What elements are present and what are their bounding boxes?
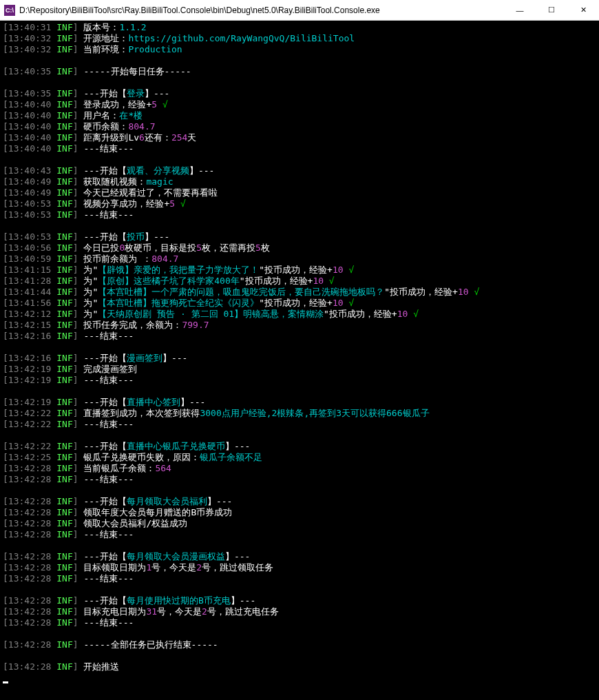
log-line: [13:42:28 INF] ---开始【每月领取大会员漫画权益】---	[3, 551, 596, 562]
window-titlebar: C:\ D:\Repository\BiliBiliTool\src\Ray.B…	[0, 0, 599, 21]
log-line: [13:40:40 INF] 距离升级到Lv6还有：254天	[3, 132, 596, 143]
log-line: [13:42:28 INF] 领取大会员福利/权益成功	[3, 518, 596, 529]
log-line: [13:40:59 INF] 投币前余额为 ：804.7	[3, 254, 596, 265]
log-line: [13:42:28 INF] 目标领取日期为1号，今天是2号，跳过领取任务	[3, 562, 596, 573]
log-line: [13:40:31 INF] 版本号：1.1.2	[3, 22, 596, 33]
log-line: [13:42:19 INF] ---开始【直播中心签到】---	[3, 397, 596, 408]
log-line: [13:41:44 INF] 为"【本宫吐槽】一个严肃的问题，吸血鬼吃完饭后，要…	[3, 287, 596, 298]
log-line: [13:42:28 INF] -----全部任务已执行结束-----	[3, 639, 596, 650]
log-line: [13:40:53 INF] ---开始【投币】---	[3, 231, 596, 243]
log-line: [13:40:32 INF] 开源地址：https://github.com/R…	[3, 33, 596, 44]
console-output[interactable]: [13:40:31 INF] 版本号：1.1.2 [13:40:32 INF] …	[0, 21, 599, 700]
log-line: [13:40:49 INF] 今天已经观看过了，不需要再看啦	[3, 187, 596, 198]
close-button[interactable]: ✕	[567, 0, 599, 21]
log-line: [13:42:28 INF] 当前银瓜子余额：564	[3, 463, 596, 474]
log-line: [13:40:49 INF] 获取随机视频：magic	[3, 176, 596, 187]
log-line: [13:42:28 INF] 目标充电日期为31号，今天是2号，跳过充电任务	[3, 606, 596, 617]
log-line: [13:40:53 INF] 视频分享成功，经验+5 √	[3, 198, 596, 209]
log-line: [13:40:40 INF] ---结束---	[3, 143, 596, 154]
log-line: [13:42:28 INF] ---开始【每月使用快过期的B币充电】---	[3, 595, 596, 606]
log-line: [13:40:43 INF] ---开始【观看、分享视频】---	[3, 165, 596, 176]
log-line: [13:40:35 INF] ---开始【登录】---	[3, 88, 596, 99]
log-line: [13:42:28 INF] ---开始【每月领取大会员福利】---	[3, 496, 596, 507]
log-line: [13:42:28 INF] ---结束---	[3, 529, 596, 540]
log-line: [13:42:25 INF] 银瓜子兑换硬币失败，原因：银瓜子余额不足	[3, 452, 596, 463]
log-line: [13:42:22 INF] ---结束---	[3, 419, 596, 430]
app-icon: C:\	[4, 5, 15, 16]
log-line: [13:42:28 INF] 开始推送	[3, 661, 596, 672]
log-line: [13:42:15 INF] 投币任务完成，余额为：799.7	[3, 320, 596, 331]
log-line: [13:42:28 INF] ---结束---	[3, 474, 596, 485]
log-line: [13:42:28 INF] ---结束---	[3, 617, 596, 628]
cursor-line	[3, 672, 596, 683]
log-line: [13:42:28 INF] ---结束---	[3, 573, 596, 584]
log-line: [13:40:53 INF] ---结束---	[3, 209, 596, 220]
log-line: [13:41:28 INF] 为"【原创】这些橘子坑了科学家400年"投币成功，…	[3, 276, 596, 287]
log-line: [13:42:22 INF] 直播签到成功，本次签到获得3000点用户经验,2根…	[3, 408, 596, 419]
log-line: [13:40:56 INF] 今日已投0枚硬币，目标是投5枚，还需再投5枚	[3, 243, 596, 254]
log-line: [13:42:19 INF] 完成漫画签到	[3, 364, 596, 375]
log-line: [13:42:28 INF] 领取年度大会员每月赠送的B币券成功	[3, 507, 596, 518]
log-line: [13:42:16 INF] ---结束---	[3, 331, 596, 342]
log-line: [13:42:19 INF] ---结束---	[3, 375, 596, 386]
log-line: [13:40:40 INF] 硬币余额：804.7	[3, 121, 596, 132]
log-line: [13:42:12 INF] 为"【天纳原创剧 预告 · 第二回 01】明镜高悬…	[3, 309, 596, 320]
cursor-icon	[3, 681, 8, 683]
window-title: D:\Repository\BiliBiliTool\src\Ray.BiliB…	[19, 6, 504, 15]
log-line: [13:42:16 INF] ---开始【漫画签到】---	[3, 353, 596, 364]
log-line: [13:40:35 INF] -----开始每日任务-----	[3, 66, 596, 77]
log-line: [13:41:15 INF] 为"【辟饿】亲爱的，我把量子力学放大了！"投币成功…	[3, 265, 596, 276]
minimize-button[interactable]: —	[504, 0, 536, 21]
log-line: [13:42:22 INF] ---开始【直播中心银瓜子兑换硬币】---	[3, 441, 596, 452]
log-line: [13:41:56 INF] 为"【本宫吐槽】拖更狗死亡全纪实《闪灵》"投币成功…	[3, 298, 596, 309]
log-line: [13:40:40 INF] 用户名：在*楼	[3, 110, 596, 121]
maximize-button[interactable]: ☐	[536, 0, 567, 21]
log-line: [13:40:40 INF] 登录成功，经验+5 √	[3, 99, 596, 110]
log-line: [13:40:32 INF] 当前环境：Production	[3, 44, 596, 55]
